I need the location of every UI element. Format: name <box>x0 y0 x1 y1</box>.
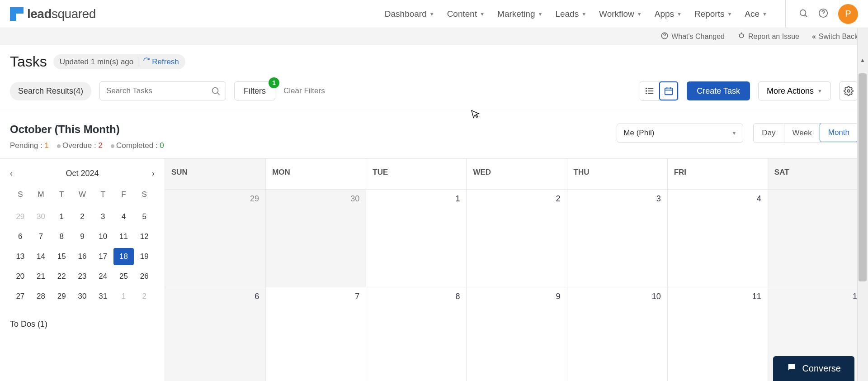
nav-item-dashboard[interactable]: Dashboard▼ <box>385 9 434 19</box>
mini-day[interactable]: 8 <box>51 228 72 245</box>
mini-day[interactable]: 27 <box>10 288 31 305</box>
svg-point-19 <box>646 93 647 94</box>
nav-item-apps[interactable]: Apps▼ <box>655 9 682 19</box>
mini-day[interactable]: 9 <box>72 228 93 245</box>
nav-right: P <box>785 0 858 28</box>
user-select[interactable]: Me (Phil) ▼ <box>617 124 743 143</box>
range-week[interactable]: Week <box>784 124 820 143</box>
range-day[interactable]: Day <box>754 124 783 143</box>
mini-day[interactable]: 5 <box>134 208 155 225</box>
prev-month-button[interactable]: ‹ <box>10 169 13 178</box>
mini-day[interactable]: 6 <box>10 228 31 245</box>
mini-day[interactable]: 25 <box>113 268 134 285</box>
next-month-button[interactable]: › <box>152 169 155 178</box>
todos-section[interactable]: To Dos (1) <box>10 319 155 329</box>
calendar-day-cell[interactable]: 29 <box>165 190 265 287</box>
nav-label: Ace <box>745 9 760 19</box>
filters-button[interactable]: Filters 1 <box>234 81 275 100</box>
calendar-day-cell[interactable]: 2 <box>466 190 566 287</box>
mini-day[interactable]: 13 <box>10 248 31 265</box>
mini-day[interactable]: 10 <box>93 228 113 245</box>
search-results-pill[interactable]: Search Results(4) <box>10 82 91 100</box>
logo[interactable]: leadsquared <box>10 7 96 21</box>
mini-month-label: Oct 2024 <box>66 169 99 178</box>
more-actions-label: More Actions <box>767 86 814 96</box>
nav-item-marketing[interactable]: Marketing▼ <box>497 9 542 19</box>
mini-day[interactable]: 15 <box>51 248 72 265</box>
mini-day[interactable]: 1 <box>51 208 72 225</box>
calendar-day-cell[interactable]: 4 <box>667 190 768 287</box>
mini-day[interactable]: 4 <box>113 208 134 225</box>
calendar-day-cell[interactable]: 8 <box>366 287 466 381</box>
mini-day[interactable]: 18 <box>113 248 134 265</box>
search-input[interactable] <box>99 81 226 100</box>
sub-label: Report an Issue <box>748 33 799 41</box>
mini-day[interactable]: 1 <box>113 288 134 305</box>
calendar-day-cell[interactable]: 11 <box>667 287 768 381</box>
search-icon[interactable] <box>798 8 808 20</box>
mini-day[interactable]: 2 <box>134 288 155 305</box>
mini-day[interactable]: 17 <box>93 248 113 265</box>
report-issue-link[interactable]: Report an Issue <box>737 32 799 42</box>
mini-day[interactable]: 20 <box>10 268 31 285</box>
mini-dow: T <box>93 187 113 205</box>
mini-day[interactable]: 31 <box>93 288 113 305</box>
create-task-button[interactable]: Create Task <box>687 81 750 100</box>
nav-item-workflow[interactable]: Workflow▼ <box>599 9 642 19</box>
list-view-button[interactable] <box>640 81 659 100</box>
mini-day[interactable]: 19 <box>134 248 155 265</box>
range-month[interactable]: Month <box>820 123 858 142</box>
whats-changed-link[interactable]: What's Changed <box>660 32 725 42</box>
mini-day[interactable]: 11 <box>113 228 134 245</box>
caret-icon: ▼ <box>429 11 434 17</box>
mini-day[interactable]: 7 <box>31 228 52 245</box>
nav-label: Content <box>447 9 477 19</box>
mini-day[interactable]: 28 <box>31 288 52 305</box>
calendar-day-cell[interactable]: 5 <box>768 190 868 287</box>
mini-day[interactable]: 12 <box>134 228 155 245</box>
scrollbar-thumb[interactable] <box>859 73 867 281</box>
big-dow: SAT <box>768 159 868 189</box>
calendar-day-cell[interactable]: 1 <box>366 190 466 287</box>
calendar-day-cell[interactable]: 9 <box>466 287 566 381</box>
calendar-day-cell[interactable]: 7 <box>265 287 366 381</box>
nav-item-content[interactable]: Content▼ <box>447 9 485 19</box>
scrollbar[interactable]: ▲ <box>857 28 868 381</box>
nav-item-reports[interactable]: Reports▼ <box>694 9 732 19</box>
calendar-day-cell[interactable]: 10 <box>567 287 667 381</box>
calendar-day-cell[interactable]: 30 <box>265 190 366 287</box>
search-icon[interactable] <box>211 86 221 98</box>
svg-point-6 <box>740 33 744 38</box>
mini-day[interactable]: 22 <box>51 268 72 285</box>
more-actions-button[interactable]: More Actions▼ <box>758 81 831 100</box>
clear-filters-link[interactable]: Clear Filters <box>283 86 325 95</box>
scroll-up-icon[interactable]: ▲ <box>859 57 867 65</box>
mini-day[interactable]: 23 <box>72 268 93 285</box>
calendar-area: October (This Month) Pending : 1 Overdue… <box>0 112 868 381</box>
calendar-day-cell[interactable]: 3 <box>567 190 667 287</box>
svg-point-24 <box>847 90 850 92</box>
mini-day[interactable]: 14 <box>31 248 52 265</box>
mini-day[interactable]: 30 <box>31 208 52 225</box>
nav-item-leads[interactable]: Leads▼ <box>555 9 586 19</box>
switch-back-link[interactable]: « Switch Back <box>812 33 858 41</box>
mini-day[interactable]: 2 <box>72 208 93 225</box>
calendar-day-cell[interactable]: 6 <box>165 287 265 381</box>
mini-day[interactable]: 21 <box>31 268 52 285</box>
mini-day[interactable]: 3 <box>93 208 113 225</box>
converse-widget[interactable]: Converse <box>773 356 854 381</box>
mini-day[interactable]: 16 <box>72 248 93 265</box>
big-dow: MON <box>265 159 366 189</box>
avatar[interactable]: P <box>838 4 858 24</box>
mini-day[interactable]: 24 <box>93 268 113 285</box>
filters-label: Filters <box>244 86 266 95</box>
mini-day[interactable]: 29 <box>10 208 31 225</box>
help-icon[interactable] <box>818 8 828 20</box>
mini-day[interactable]: 26 <box>134 268 155 285</box>
nav-item-ace[interactable]: Ace▼ <box>745 9 767 19</box>
settings-button[interactable] <box>839 81 858 100</box>
refresh-button[interactable]: Refresh <box>143 57 179 67</box>
mini-day[interactable]: 29 <box>51 288 72 305</box>
mini-day[interactable]: 30 <box>72 288 93 305</box>
calendar-view-button[interactable] <box>659 81 678 100</box>
